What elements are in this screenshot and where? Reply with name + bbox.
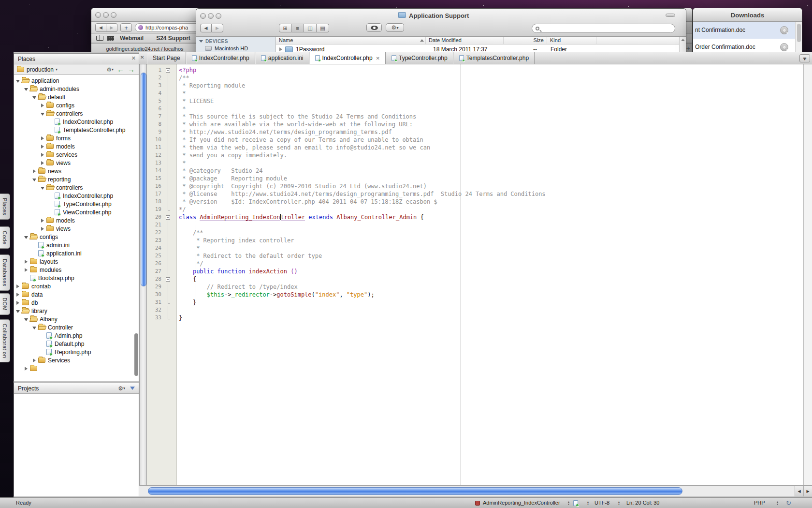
code-line[interactable]: 22 /** <box>147 229 812 237</box>
zoom-window-icon[interactable] <box>111 12 116 18</box>
fold-column[interactable] <box>163 237 173 244</box>
tree-item[interactable]: controllers <box>14 109 139 118</box>
bookmarks-icon[interactable] <box>96 34 103 43</box>
expand-arrow-icon[interactable] <box>41 145 44 149</box>
fold-column[interactable] <box>163 314 173 322</box>
column-header[interactable]: Kind <box>547 37 596 44</box>
fold-column[interactable] <box>163 90 173 97</box>
expand-arrow-icon[interactable] <box>41 153 44 157</box>
tree-item[interactable]: models <box>14 142 139 150</box>
code-line[interactable]: 23 * Reporting index controller <box>147 237 812 244</box>
fold-column[interactable] <box>163 82 173 90</box>
action-menu-button[interactable]: ⚙▾ <box>386 23 404 32</box>
collapse-arrow-icon[interactable] <box>16 80 20 83</box>
expand-arrow-icon[interactable] <box>41 161 44 165</box>
editor-tab[interactable]: TemplatesController.php <box>453 52 535 64</box>
fold-column[interactable] <box>163 291 173 299</box>
fold-toggle-icon[interactable] <box>166 277 170 282</box>
collapse-arrow-icon[interactable] <box>32 96 36 99</box>
download-item[interactable]: nt Confirmation.doc <box>693 22 796 39</box>
tree-item[interactable]: library <box>14 307 139 315</box>
fold-column[interactable] <box>163 260 173 268</box>
tree-item[interactable]: views <box>14 224 139 233</box>
tree-item[interactable]: services <box>14 150 139 159</box>
tree-item[interactable]: IndexController.php <box>14 118 139 126</box>
fold-column[interactable] <box>163 252 173 260</box>
download-item[interactable]: Order Confirmation.doc <box>693 39 796 53</box>
code-line[interactable]: 6 * <box>147 105 812 113</box>
tree-item[interactable]: Controller <box>14 323 139 331</box>
toolbar-toggle-pill[interactable] <box>666 14 675 17</box>
close-panel-icon[interactable]: ✕ <box>131 55 136 61</box>
disclosure-icon[interactable] <box>279 47 282 51</box>
tree-item[interactable]: layouts <box>14 257 139 266</box>
code-line[interactable]: 10 * If you did not receive a copy of ou… <box>147 136 812 144</box>
collapse-arrow-icon[interactable] <box>24 88 28 91</box>
quicklook-icon[interactable] <box>780 26 788 34</box>
collapse-arrow-icon[interactable] <box>41 187 44 190</box>
code-line[interactable]: 11 * them via the web, please send an em… <box>147 144 812 151</box>
tree-item[interactable]: Reporting.php <box>14 348 139 356</box>
fold-column[interactable] <box>163 113 173 120</box>
fold-column[interactable] <box>163 275 173 283</box>
tree-item[interactable]: Albany <box>14 315 139 323</box>
code-line[interactable]: 12 * send you a copy immediately. <box>147 151 812 159</box>
code-line[interactable]: 3 * Reporting module <box>147 82 812 90</box>
fold-column[interactable] <box>163 66 173 74</box>
editor-horizontal-scrollbar[interactable]: ◀ ▶ <box>139 485 812 496</box>
close-window-icon[interactable] <box>200 13 206 19</box>
fold-column[interactable] <box>163 229 173 237</box>
zoom-window-icon[interactable] <box>216 13 221 19</box>
expand-arrow-icon[interactable] <box>16 301 19 305</box>
downloads-titlebar[interactable]: Downloads <box>693 8 802 22</box>
status-encoding[interactable]: UTF-8 <box>594 500 609 506</box>
expand-arrow-icon[interactable] <box>41 136 44 140</box>
fold-column[interactable] <box>163 175 173 182</box>
code-line[interactable]: 25 * Redirect to the default order type <box>147 252 812 260</box>
tree-item[interactable]: IndexController.php <box>14 192 139 200</box>
fold-column[interactable] <box>163 190 173 198</box>
fold-column[interactable] <box>163 159 173 167</box>
code-line[interactable]: 5 * LICENSE <box>147 97 812 105</box>
tree-item[interactable]: forms <box>14 134 139 142</box>
editor-vertical-scrollbar[interactable] <box>139 64 147 485</box>
search-field[interactable] <box>532 24 675 33</box>
code-line[interactable]: 20class AdminReporting_IndexController e… <box>147 213 812 221</box>
chevron-down-icon[interactable]: ▾ <box>56 67 58 72</box>
tree-item[interactable]: news <box>14 167 139 175</box>
tree-item[interactable]: configs <box>14 101 139 109</box>
tree-item[interactable]: admin-modules <box>14 85 139 93</box>
expand-arrow-icon[interactable] <box>33 359 36 362</box>
file-stepper[interactable] <box>587 501 589 506</box>
code-line[interactable]: 28 { <box>147 275 812 283</box>
root-selector[interactable]: production <box>27 66 54 73</box>
forward-button[interactable]: ▶ <box>212 24 223 32</box>
sidebar-tab-dom[interactable]: DOM <box>0 293 10 315</box>
status-symbol[interactable]: AdminReporting_IndexController <box>483 500 560 506</box>
tree-item[interactable]: application <box>14 76 139 85</box>
minimize-window-icon[interactable] <box>208 13 214 19</box>
forward-button[interactable]: ▶ <box>106 23 117 32</box>
code-line[interactable]: 24 * <box>147 244 812 252</box>
collapse-arrow-icon[interactable] <box>24 236 28 239</box>
downloads-scrollbar[interactable] <box>795 22 802 53</box>
expand-arrow-icon[interactable] <box>41 227 44 231</box>
expand-arrow-icon[interactable] <box>25 260 28 264</box>
tree-item[interactable]: ViewController.php <box>14 208 139 216</box>
tree-item[interactable] <box>14 364 139 373</box>
fold-toggle-icon[interactable] <box>166 68 170 73</box>
places-gear-button[interactable]: ⚙▾ <box>106 67 114 73</box>
forward-arrow-icon[interactable]: → <box>128 66 135 73</box>
new-tab-plus-button[interactable]: + <box>120 23 132 32</box>
code-line[interactable]: 18 * @version $Id: IndexController.php 4… <box>147 198 812 206</box>
language-stepper[interactable] <box>776 501 779 506</box>
collapse-arrow-icon[interactable] <box>32 327 36 329</box>
sort-ascending-icon[interactable] <box>420 39 424 42</box>
editor-tab[interactable]: application.ini <box>255 52 309 64</box>
back-button[interactable]: ◀ <box>95 23 106 32</box>
projects-gear-button[interactable]: ⚙▾ <box>118 386 125 391</box>
code-line[interactable]: 29 // Redirect to /type/index <box>147 283 812 291</box>
column-header[interactable]: Name <box>276 37 426 44</box>
fold-column[interactable] <box>163 105 173 113</box>
back-arrow-icon[interactable]: ← <box>117 66 124 73</box>
